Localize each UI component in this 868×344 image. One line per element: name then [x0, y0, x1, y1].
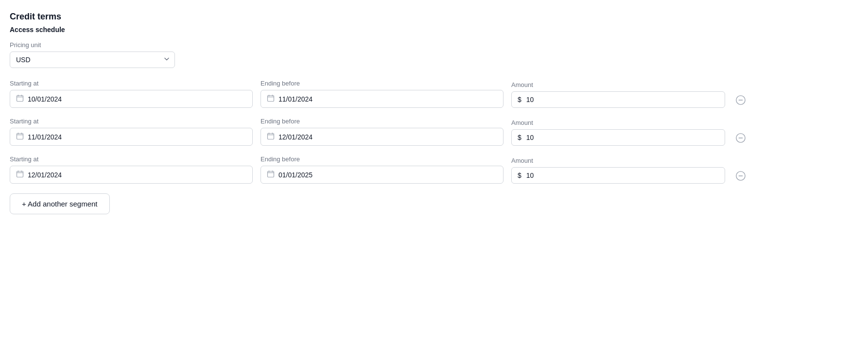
pricing-unit-select[interactable]: USD EUR GBP	[10, 52, 175, 68]
segment-row: Starting at Ending before	[10, 155, 858, 184]
svg-rect-0	[17, 96, 23, 102]
amount-input[interactable]	[526, 172, 719, 179]
ending-before-input-wrapper	[260, 166, 503, 184]
calendar-icon	[16, 170, 24, 179]
pricing-unit-label: Pricing unit	[10, 41, 858, 49]
starting-at-input[interactable]	[28, 133, 246, 141]
amount-prefix: $	[518, 134, 521, 141]
page-title: Credit terms	[10, 12, 858, 22]
ending-before-input-wrapper	[260, 90, 503, 108]
calendar-icon	[267, 170, 275, 179]
pricing-unit-section: Pricing unit USD EUR GBP	[10, 41, 858, 68]
svg-rect-14	[268, 134, 274, 139]
ending-before-input[interactable]	[278, 133, 497, 141]
ending-before-field: Ending before	[260, 155, 503, 184]
remove-segment-button[interactable]	[733, 168, 748, 184]
svg-rect-4	[268, 96, 274, 102]
amount-input-wrapper: $	[511, 167, 725, 184]
starting-at-input-wrapper	[10, 166, 253, 184]
add-segment-button[interactable]: + Add another segment	[10, 193, 110, 214]
section-title: Access schedule	[10, 26, 858, 34]
remove-segment-button[interactable]	[733, 130, 748, 146]
svg-rect-10	[17, 134, 23, 139]
segment-row: Starting at Ending before	[10, 118, 858, 146]
amount-prefix: $	[518, 172, 521, 179]
amount-field: Amount $	[511, 81, 725, 108]
ending-before-input[interactable]	[278, 95, 497, 103]
starting-at-input-wrapper	[10, 128, 253, 146]
amount-input-wrapper: $	[511, 129, 725, 146]
starting-at-label: Starting at	[10, 118, 253, 125]
amount-field: Amount $	[511, 119, 725, 146]
ending-before-field: Ending before	[260, 118, 503, 146]
svg-rect-20	[17, 172, 23, 177]
starting-at-field: Starting at	[10, 118, 253, 146]
starting-at-input-wrapper	[10, 90, 253, 108]
segments-container: Starting at Ending before	[10, 80, 858, 184]
calendar-icon	[267, 94, 275, 103]
calendar-icon	[16, 94, 24, 103]
amount-input-wrapper: $	[511, 91, 725, 108]
starting-at-input[interactable]	[28, 95, 246, 103]
starting-at-field: Starting at	[10, 80, 253, 108]
ending-before-input[interactable]	[278, 171, 497, 179]
amount-input[interactable]	[526, 134, 719, 141]
starting-at-field: Starting at	[10, 155, 253, 184]
starting-at-label: Starting at	[10, 80, 253, 87]
starting-at-label: Starting at	[10, 155, 253, 163]
ending-before-label: Ending before	[260, 155, 503, 163]
remove-segment-button[interactable]	[733, 92, 748, 108]
ending-before-input-wrapper	[260, 128, 503, 146]
starting-at-input[interactable]	[28, 171, 246, 179]
amount-label: Amount	[511, 119, 725, 126]
amount-field: Amount $	[511, 157, 725, 184]
ending-before-label: Ending before	[260, 118, 503, 125]
amount-label: Amount	[511, 157, 725, 164]
amount-label: Amount	[511, 81, 725, 88]
pricing-unit-select-wrapper: USD EUR GBP	[10, 52, 175, 68]
svg-rect-24	[268, 172, 274, 177]
amount-prefix: $	[518, 96, 521, 103]
calendar-icon	[16, 132, 24, 141]
ending-before-label: Ending before	[260, 80, 503, 87]
calendar-icon	[267, 132, 275, 141]
segment-row: Starting at Ending before	[10, 80, 858, 108]
ending-before-field: Ending before	[260, 80, 503, 108]
amount-input[interactable]	[526, 96, 719, 103]
